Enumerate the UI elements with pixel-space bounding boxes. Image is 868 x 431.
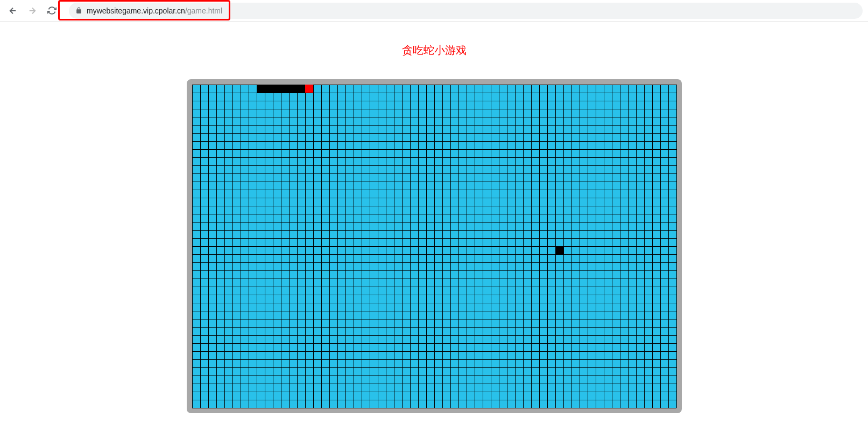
grid-line-horizontal <box>192 222 676 223</box>
grid-line-horizontal <box>192 117 676 117</box>
nav-forward-button[interactable] <box>25 3 40 18</box>
grid-line-horizontal <box>192 408 676 408</box>
browser-chrome: mywebsitegame.vip.cpolar.cn/game.html <box>0 0 868 22</box>
page-content: 贪吃蛇小游戏 <box>0 22 868 413</box>
grid-line-horizontal <box>192 367 676 368</box>
snake-head-cell <box>305 85 313 93</box>
grid-line-horizontal <box>192 400 676 400</box>
snake-body-cell <box>281 85 289 93</box>
grid-line-horizontal <box>192 133 676 134</box>
grid-line-horizontal <box>192 173 676 174</box>
lock-icon <box>75 7 82 14</box>
grid-line-horizontal <box>192 295 676 295</box>
grid-line-horizontal <box>192 182 676 182</box>
grid-line-horizontal <box>192 262 676 263</box>
snake-body-cell <box>297 85 305 93</box>
grid-line-horizontal <box>192 238 676 239</box>
grid-line-horizontal <box>192 165 676 166</box>
food-cell <box>555 246 563 254</box>
grid-line-horizontal <box>192 351 676 352</box>
grid-line-horizontal <box>192 392 676 392</box>
game-board-frame <box>187 79 682 413</box>
snake-body-cell <box>257 85 265 93</box>
grid-line-horizontal <box>192 303 676 303</box>
grid-line-horizontal <box>192 206 676 206</box>
nav-back-button[interactable] <box>5 3 20 18</box>
grid-line-horizontal <box>192 93 676 93</box>
grid-line-horizontal <box>192 125 676 126</box>
url-domain: mywebsitegame.vip.cpolar.cn <box>87 6 185 15</box>
grid-line-horizontal <box>192 157 676 158</box>
grid-line-horizontal <box>192 190 676 190</box>
grid-line-horizontal <box>192 230 676 231</box>
snake-body-cell <box>265 85 273 93</box>
grid-line-horizontal <box>192 149 676 150</box>
grid-line-horizontal <box>192 311 676 311</box>
grid-line-horizontal <box>192 254 676 255</box>
snake-body-cell <box>273 85 281 93</box>
grid-line-horizontal <box>192 246 676 247</box>
url-path: /game.html <box>185 6 222 15</box>
grid-line-horizontal <box>192 376 676 376</box>
game-board[interactable] <box>192 85 676 408</box>
grid-line-horizontal <box>192 141 676 142</box>
grid-line-horizontal <box>192 198 676 198</box>
grid-line-horizontal <box>192 109 676 109</box>
grid-line-horizontal <box>192 279 676 279</box>
grid-line-horizontal <box>192 359 676 360</box>
game-title: 贪吃蛇小游戏 <box>402 43 467 58</box>
grid-line-horizontal <box>192 327 676 328</box>
grid-line-horizontal <box>192 319 676 319</box>
grid-line-vertical <box>676 85 677 408</box>
snake-body-cell <box>289 85 297 93</box>
grid-line-horizontal <box>192 270 676 271</box>
grid-line-horizontal <box>192 101 676 101</box>
grid-line-horizontal <box>192 287 676 287</box>
url-text: mywebsitegame.vip.cpolar.cn/game.html <box>87 6 222 15</box>
address-bar[interactable]: mywebsitegame.vip.cpolar.cn/game.html <box>69 3 863 19</box>
grid-line-horizontal <box>192 343 676 344</box>
nav-reload-button[interactable] <box>44 3 59 18</box>
grid-line-horizontal <box>192 214 676 214</box>
grid-line-horizontal <box>192 384 676 384</box>
grid-line-horizontal <box>192 335 676 336</box>
